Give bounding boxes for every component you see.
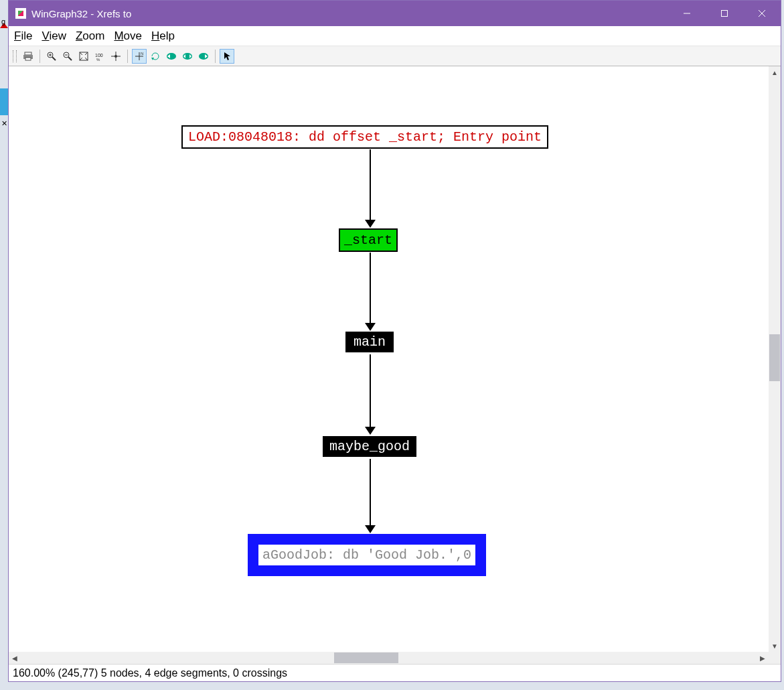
status-text: 160.00% (245,77) 5 nodes, 4 edge segment… xyxy=(13,667,287,679)
svg-point-19 xyxy=(114,55,117,58)
arrowhead-icon xyxy=(365,525,376,533)
zoom-100-button[interactable]: 100% xyxy=(92,49,107,64)
menu-help[interactable]: Help xyxy=(151,29,175,43)
graph-node-final-text: aGoodJob: db 'Good Job.',0 xyxy=(258,545,475,565)
scroll-down-icon[interactable]: ▼ xyxy=(769,640,781,652)
scroll-corner xyxy=(769,652,781,664)
menu-file[interactable]: File xyxy=(14,29,32,43)
graph-edge xyxy=(370,149,371,220)
toolbar: 100% N xyxy=(9,46,781,66)
graph-node-maybe[interactable]: maybe_good xyxy=(323,436,416,457)
fit-window-button[interactable] xyxy=(76,49,91,64)
graph-canvas[interactable]: LOAD:08048018: dd offset _start; Entry p… xyxy=(9,66,769,652)
menu-zoom[interactable]: Zoom xyxy=(76,29,104,43)
toolbar-grip[interactable] xyxy=(13,50,17,62)
svg-text:100: 100 xyxy=(95,53,103,58)
toolbar-sep-3 xyxy=(215,50,216,63)
scroll-right-icon[interactable]: ▶ xyxy=(757,652,769,664)
refresh-button[interactable] xyxy=(148,49,163,64)
menu-zoom-rest: oom xyxy=(82,29,104,42)
svg-rect-6 xyxy=(25,58,31,60)
canvas-area: LOAD:08048018: dd offset _start; Entry p… xyxy=(9,66,781,664)
zoom-out-button[interactable] xyxy=(60,49,75,64)
app-icon xyxy=(15,8,26,19)
close-button[interactable] xyxy=(743,1,781,26)
svg-line-12 xyxy=(68,57,72,60)
menubar: File View Zoom Move Help xyxy=(9,26,781,46)
menu-move-rest: ove xyxy=(124,29,142,42)
vertical-scrollbar[interactable]: ▲ ▼ xyxy=(769,66,781,652)
graph-edge xyxy=(370,459,371,526)
svg-text:%: % xyxy=(96,58,100,62)
window-title: WinGraph32 - Xrefs to xyxy=(31,8,668,19)
titlebar[interactable]: WinGraph32 - Xrefs to xyxy=(9,1,781,26)
toolbar-sep-2 xyxy=(127,50,128,63)
graph-edge xyxy=(370,253,371,324)
statusbar: 160.00% (245,77) 5 nodes, 4 edge segment… xyxy=(9,664,781,681)
arrowhead-icon xyxy=(365,220,376,228)
print-button[interactable] xyxy=(21,49,35,64)
scroll-thumb[interactable] xyxy=(769,334,780,381)
nav-both-button[interactable] xyxy=(180,49,195,64)
nav-back-button[interactable] xyxy=(164,49,179,64)
svg-text:N: N xyxy=(141,52,143,56)
select-mode-button[interactable] xyxy=(220,49,234,64)
svg-rect-1 xyxy=(722,11,728,17)
svg-marker-31 xyxy=(224,52,230,60)
svg-line-8 xyxy=(52,57,56,60)
main-window: WinGraph32 - Xrefs to File View Zoom Mov… xyxy=(8,0,781,682)
menu-move[interactable]: Move xyxy=(114,29,142,43)
menu-file-rest: ile xyxy=(21,29,32,42)
scroll-thumb[interactable] xyxy=(334,652,398,663)
menu-view[interactable]: View xyxy=(42,29,66,43)
svg-rect-4 xyxy=(25,52,31,55)
layout-normal-button[interactable]: N xyxy=(132,49,147,64)
graph-node-root[interactable]: LOAD:08048018: dd offset _start; Entry p… xyxy=(181,125,548,149)
background-strip: g ✕ xyxy=(0,0,8,690)
scroll-up-icon[interactable]: ▲ xyxy=(769,66,781,78)
minimize-button[interactable] xyxy=(668,1,706,26)
maximize-button[interactable] xyxy=(706,1,743,26)
nav-forward-button[interactable] xyxy=(196,49,211,64)
arrowhead-icon xyxy=(365,427,376,435)
zoom-in-button[interactable] xyxy=(44,49,59,64)
graph-node-main[interactable]: main xyxy=(345,332,394,352)
graph-node-start[interactable]: _start xyxy=(339,228,398,252)
menu-help-rest: elp xyxy=(159,29,175,42)
toolbar-sep xyxy=(40,50,40,63)
arrowhead-icon xyxy=(365,323,376,331)
graph-node-final[interactable]: aGoodJob: db 'Good Job.',0 xyxy=(248,534,486,576)
menu-view-rest: iew xyxy=(49,29,66,42)
graph-edge xyxy=(370,354,371,427)
scroll-left-icon[interactable]: ◀ xyxy=(9,652,21,664)
origin-button[interactable] xyxy=(108,49,123,64)
horizontal-scrollbar[interactable]: ◀ ▶ xyxy=(9,652,769,664)
